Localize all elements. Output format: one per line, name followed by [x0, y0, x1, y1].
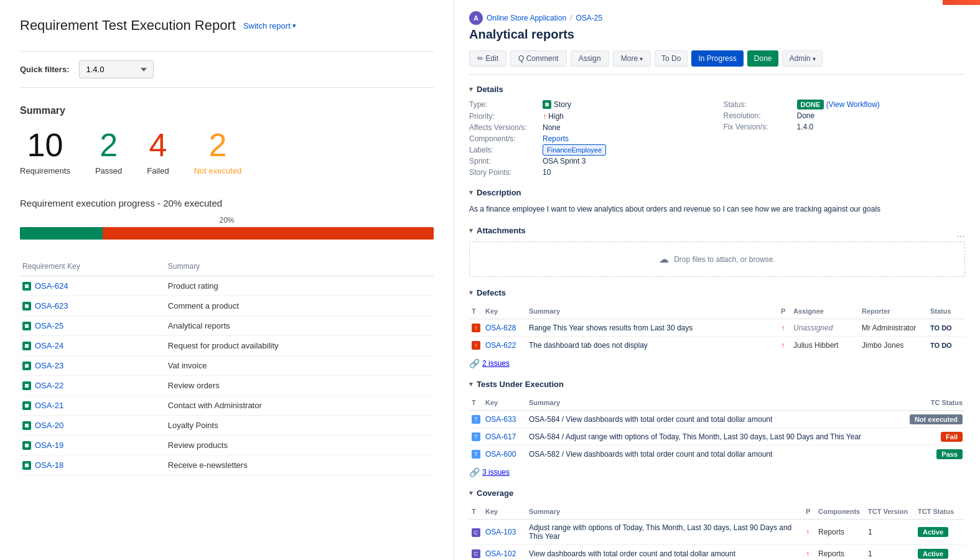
req-key-link[interactable]: OSA-23	[22, 361, 163, 370]
details-section-title[interactable]: Details	[469, 85, 965, 94]
req-col-key: Requirement Key	[20, 257, 166, 276]
table-row: OSA-623 Comment a product	[20, 296, 434, 316]
table-row: OSA-22 Review orders	[20, 376, 434, 396]
cov-key[interactable]: OSA-102	[485, 549, 516, 558]
defect-key[interactable]: OSA-628	[485, 324, 516, 332]
quick-filters-label: Quick filters:	[20, 65, 69, 74]
done-button[interactable]: Done	[747, 50, 779, 67]
todo-button[interactable]: To Do	[655, 50, 688, 67]
view-workflow-link[interactable]: (View Workflow)	[826, 100, 880, 109]
coverage-table: T Key Summary P Components TCT Version T…	[469, 504, 965, 560]
tests-section-title[interactable]: Tests Under Execution	[469, 380, 965, 389]
req-key-link[interactable]: OSA-18	[22, 460, 163, 470]
test-icon: T	[472, 415, 480, 424]
cloud-upload-icon: ☁	[659, 253, 669, 265]
cov-components: Reports	[816, 545, 866, 561]
story-icon	[22, 322, 31, 330]
defect-assignee: Unassigned	[791, 319, 859, 337]
priority-arrow: ↑	[781, 341, 785, 350]
req-summary: Review orders	[166, 376, 434, 396]
defects-section-title[interactable]: Defects	[469, 288, 965, 297]
fix-value: 1.4.0	[797, 123, 814, 131]
defect-summary: The dashboard tab does not display	[526, 337, 778, 354]
stat-label-not-executed: Not executed	[194, 166, 242, 175]
req-summary: Product rating	[166, 276, 434, 296]
defect-status: TO DO	[930, 324, 952, 332]
stat-requirements: 10 Requirements	[20, 129, 70, 175]
inprogress-button[interactable]: In Progress	[691, 50, 743, 67]
breadcrumb-app[interactable]: Online Store Application	[487, 14, 566, 22]
defect-reporter: Mr Administrator	[859, 319, 928, 337]
type-label: Type:	[469, 100, 538, 109]
table-row: OSA-19 Review products	[20, 436, 434, 455]
quick-filters-bar: Quick filters: 1.4.0	[20, 51, 434, 88]
story-label: Story Points:	[469, 168, 538, 177]
type-value: Story	[543, 100, 571, 110]
resolution-value: Done	[797, 111, 815, 120]
detail-fix: Fix Version/s: 1.4.0	[724, 123, 966, 131]
detail-labels: Labels: FinanceEmployee	[469, 146, 711, 154]
app-avatar: A	[469, 11, 483, 25]
stat-failed: 4 Failed	[147, 129, 169, 175]
table-row: ! OSA-628 Range This Year shows results …	[469, 319, 965, 337]
attachments-drop-area[interactable]: ☁ Drop files to attach, or browse.	[469, 241, 965, 277]
table-row: OSA-24 Request for product availability	[20, 336, 434, 356]
story-icon	[22, 342, 31, 350]
sprint-value: OSA Sprint 3	[543, 157, 586, 166]
req-key: OSA-21	[35, 401, 63, 410]
req-key-link[interactable]: OSA-25	[22, 321, 163, 330]
admin-button[interactable]: Admin▾	[782, 50, 822, 67]
detail-story-points: Story Points: 10	[469, 168, 711, 177]
breadcrumb-issue[interactable]: OSA-25	[576, 14, 602, 22]
defects-col-t: T	[469, 304, 483, 319]
filter-select[interactable]: 1.4.0	[79, 60, 154, 78]
page-title-area: Requirement Test Execution Report Switch…	[20, 17, 434, 34]
defects-section: Defects T Key Summary P Assignee Reporte…	[469, 288, 965, 368]
req-key-link[interactable]: OSA-20	[22, 421, 163, 430]
req-key-link[interactable]: OSA-623	[22, 301, 163, 310]
test-key[interactable]: OSA-617	[485, 432, 516, 441]
tc-status-badge: Pass	[936, 449, 963, 459]
tct-status-badge: Active	[918, 549, 948, 559]
edit-button[interactable]: ✏ Edit	[469, 50, 506, 67]
table-row: T OSA-617 OSA-584 / Adjust range with op…	[469, 428, 965, 446]
test-icon: T	[472, 450, 480, 459]
req-key-link[interactable]: OSA-24	[22, 341, 163, 350]
req-key: OSA-23	[35, 361, 63, 370]
cov-col-components: Components	[816, 504, 866, 520]
coverage-section-title[interactable]: Coverage	[469, 488, 965, 498]
test-key[interactable]: OSA-633	[485, 415, 516, 424]
defect-key[interactable]: OSA-622	[485, 341, 516, 350]
assign-button[interactable]: Assign	[571, 50, 609, 67]
req-summary: Request for product availability	[166, 336, 434, 356]
story-icon	[22, 461, 31, 470]
req-summary: Contact with Administrator	[166, 396, 434, 416]
priority-value: ↑ High	[543, 112, 564, 121]
cov-components: Reports	[816, 520, 866, 545]
attachments-more-dots[interactable]: ...	[957, 228, 965, 240]
switch-report-button[interactable]: Switch report	[243, 21, 296, 30]
attachments-section-title[interactable]: Attachments	[469, 226, 526, 235]
story-icon	[22, 302, 31, 310]
req-key-link[interactable]: OSA-22	[22, 381, 163, 390]
description-section-title[interactable]: Description	[469, 188, 965, 197]
details-grid: Type: Story Priority: ↑ High	[469, 100, 965, 177]
req-key-link[interactable]: OSA-624	[22, 281, 163, 291]
req-key-link[interactable]: OSA-21	[22, 401, 163, 410]
cov-tct-version: 1	[866, 520, 915, 545]
progress-bar-container	[20, 227, 434, 240]
cov-summary: View dashboards with total order count a…	[526, 545, 803, 561]
cov-col-summary: Summary	[526, 504, 803, 520]
labels-value: FinanceEmployee	[543, 146, 609, 154]
cov-key[interactable]: OSA-103	[485, 528, 516, 536]
test-key[interactable]: OSA-600	[485, 450, 516, 459]
detail-col-right: Status: DONE (View Workflow) Resolution:…	[724, 100, 966, 177]
req-key-link[interactable]: OSA-19	[22, 441, 163, 450]
comment-button[interactable]: Q Comment	[510, 50, 567, 67]
stat-not-executed: 2 Not executed	[194, 129, 242, 175]
more-button[interactable]: More▾	[613, 50, 651, 67]
defects-col-status: Status	[928, 304, 965, 319]
story-value: 10	[543, 168, 551, 177]
cov-col-p: P	[803, 504, 816, 520]
progress-bar-fill	[20, 227, 103, 240]
